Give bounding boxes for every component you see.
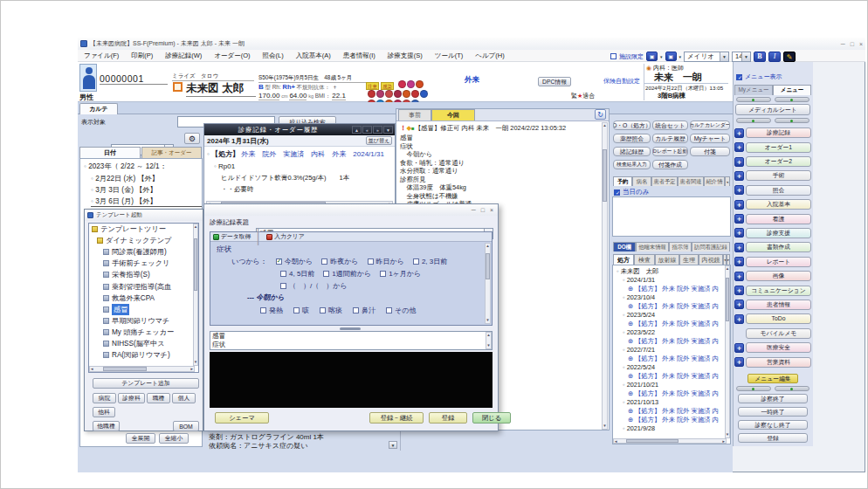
onset-option[interactable]: 4, 5日前: [280, 269, 314, 279]
tab-radiology[interactable]: 放射線: [655, 254, 679, 265]
template-tree-item[interactable]: NIHSS(脳卒中ス: [89, 338, 198, 349]
insurance-auto-link[interactable]: 保険自動設定: [603, 77, 640, 86]
template-v-scrollbar[interactable]: ▲ ▼: [193, 224, 198, 366]
sidebar-menu-label[interactable]: 入院基本: [746, 199, 811, 210]
scroll-up-icon[interactable]: ▲: [603, 123, 606, 128]
do-history-row[interactable]: 2024/1/31: [613, 276, 723, 285]
sidebar-menu-label[interactable]: オーダー1: [746, 142, 811, 153]
d-report-button[interactable]: Dレポート起動: [652, 147, 688, 156]
do-history-row[interactable]: 2022/7/21: [613, 346, 723, 355]
refresh-icon[interactable]: ↻: [595, 109, 606, 120]
scroll-up-icon[interactable]: ▲: [726, 266, 729, 272]
sidebar-menu-item[interactable]: ＋ ToDo: [734, 313, 811, 325]
tab-date[interactable]: 日付: [79, 147, 141, 158]
schema-button[interactable]: シェーマ: [215, 412, 269, 424]
today-only-checkbox[interactable]: [614, 189, 620, 196]
plus-icon[interactable]: ＋: [734, 228, 744, 238]
scroll-thumb[interactable]: [603, 149, 607, 202]
tab-karte[interactable]: カルテ: [79, 103, 118, 114]
onset-option[interactable]: 昨夜から: [321, 257, 358, 266]
page-next-icon[interactable]: »: [373, 126, 382, 134]
tab-referral[interactable]: 紹介情: [704, 176, 725, 186]
menu-position-bar[interactable]: [736, 386, 771, 391]
history-drug[interactable]: ヒルドイドソフト軟膏0.3%(25g/本) 1本: [207, 172, 392, 183]
checkbox[interactable]: [380, 271, 386, 277]
scroll-thumb[interactable]: [486, 253, 490, 279]
sidebar-menu-label[interactable]: 診療記録: [746, 127, 811, 138]
note-v-scrollbar[interactable]: ▲ ▼: [602, 122, 608, 430]
scroll-down-icon[interactable]: ▼: [726, 432, 729, 437]
do-history-row[interactable]: 未来図 太郎: [613, 267, 723, 276]
tab-menu[interactable]: メニュー: [773, 85, 811, 95]
symptom-option[interactable]: 鼻汁: [353, 306, 375, 315]
chevron-down-icon[interactable]: ▼: [389, 441, 397, 449]
sidebar-menu-label[interactable]: オーダー2: [746, 156, 811, 167]
template-tree-item[interactable]: 栄養指導(S): [89, 269, 198, 280]
other-dept-button[interactable]: 他科: [93, 407, 115, 417]
template-add-button[interactable]: テンプレート追加: [93, 378, 199, 389]
scroll-down-icon[interactable]: ▼: [486, 318, 489, 323]
do-history-row[interactable]: 【処方】 外来 院外 実施済 内: [613, 285, 723, 293]
do-history-row[interactable]: 【処方】 外来 院外 実施済 内: [613, 389, 723, 398]
dpc-info-button[interactable]: DPC情報: [538, 77, 571, 86]
date-tree-year[interactable]: ◦ 2023年（ 2/22 ～ 12/1：: [80, 159, 202, 171]
category-department-button[interactable]: 診療科: [118, 393, 145, 403]
checkbox[interactable]: [368, 258, 374, 265]
close-button[interactable]: 閉じる: [472, 412, 511, 424]
checkbox[interactable]: [280, 271, 286, 277]
tab-article-order[interactable]: 記事・オーダー: [141, 147, 202, 158]
plus-icon[interactable]: ＋: [734, 314, 744, 324]
tab-scroll-right-icon[interactable]: ▸: [727, 254, 730, 265]
sidebar-menu-label[interactable]: 書類作成: [746, 242, 811, 252]
menu-position-bar[interactable]: [775, 386, 809, 391]
onset-option[interactable]: 2, 3日前: [413, 257, 447, 266]
sidebar-menu-label[interactable]: 画像: [746, 271, 811, 281]
session-button[interactable]: 診察終了: [738, 394, 808, 403]
tab-lab[interactable]: 検査: [634, 254, 655, 265]
do-v-scrollbar[interactable]: ▲ ▼: [725, 265, 730, 438]
session-button[interactable]: 登録: [738, 433, 808, 443]
tab-physiology[interactable]: 生理: [679, 254, 699, 265]
minimize-icon[interactable]: ─: [472, 207, 476, 213]
expand-all-button[interactable]: 全展開: [126, 433, 155, 444]
page-prev-icon[interactable]: «: [362, 126, 372, 134]
tab-instruction[interactable]: 指示簿: [669, 242, 692, 251]
minimize-icon[interactable]: ─: [841, 41, 845, 47]
create-sticky-button[interactable]: 付箋作成: [652, 160, 688, 169]
sort-button[interactable]: 並び替え: [366, 136, 392, 145]
plus-icon[interactable]: ＋: [734, 357, 744, 367]
pen-icon[interactable]: ✎: [783, 52, 796, 62]
sidebar-menu-item[interactable]: ＋ 医療安全: [734, 342, 811, 354]
do-history-row[interactable]: 【処方】 外来 院外 実施済 内: [613, 320, 723, 328]
maximize-icon[interactable]: □: [851, 41, 854, 47]
register-continue-button[interactable]: 登録－継続: [369, 412, 424, 424]
do-shohou-button[interactable]: D・O（処方）: [613, 121, 651, 130]
chevron-down-icon[interactable]: ▾: [679, 54, 682, 59]
date-tree-item[interactable]: 2月22日 (水) 【外】: [91, 173, 202, 184]
do-history-row[interactable]: 【処方】 外来 院外 実施済 内: [613, 302, 723, 311]
unified-set-button[interactable]: 統合セット: [652, 121, 688, 130]
karte-calendar-button[interactable]: カルテカレンダー: [690, 121, 730, 130]
sidebar-menu-label[interactable]: 診療支援: [746, 228, 811, 238]
template-tree-item[interactable]: 救急外来CPA: [89, 293, 198, 304]
template-tree-item[interactable]: 手術前チェックリ: [89, 258, 198, 269]
bold-button[interactable]: B: [754, 52, 766, 62]
template-tree-group[interactable]: ダイナミックテンプ: [89, 235, 198, 246]
italic-button[interactable]: I: [768, 52, 781, 62]
do-history-row[interactable]: 【処方】 外来 院外 実施済 内: [613, 407, 723, 416]
do-history-row[interactable]: 【処方】 外来 院外 実施済 内: [613, 372, 723, 381]
scroll-left-icon[interactable]: ◄: [614, 439, 617, 444]
template-icon[interactable]: ▣: [665, 52, 677, 61]
tab-patient-schedule[interactable]: 患者予定: [651, 176, 678, 186]
sidebar-menu-item[interactable]: ＋ 患者情報: [734, 300, 811, 311]
sidebar-menu-label[interactable]: 照会: [746, 185, 811, 196]
maximize-icon[interactable]: □: [481, 207, 485, 213]
onset-option[interactable]: 1週間前から: [323, 269, 371, 279]
do-history-row[interactable]: 2023/10/4: [613, 293, 723, 302]
register-button[interactable]: 登録: [429, 412, 467, 424]
sidebar-menu-label[interactable]: 手術: [746, 170, 811, 181]
date-tree-item[interactable]: 3月 6日 (月) 【外】: [91, 196, 202, 207]
menu-item[interactable]: ファイル(F): [78, 52, 125, 60]
menu-item[interactable]: 照会(L): [257, 52, 290, 60]
menu-item[interactable]: オーダー(O): [208, 52, 256, 60]
